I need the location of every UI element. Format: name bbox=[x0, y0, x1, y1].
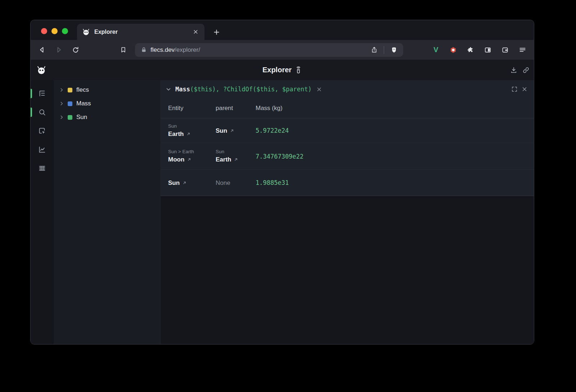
back-button[interactable] bbox=[36, 44, 48, 56]
chevron-right-icon[interactable] bbox=[59, 115, 64, 120]
extension-buttons: V bbox=[430, 44, 528, 56]
query-term-name: Mass bbox=[175, 86, 190, 93]
chevron-down-icon bbox=[165, 86, 172, 92]
clear-query-button[interactable] bbox=[316, 86, 322, 92]
tree-item-mass[interactable]: Mass bbox=[54, 97, 160, 110]
mass-value: 7.34767309e22 bbox=[256, 153, 534, 160]
entity-cell: Sun Earth bbox=[168, 123, 216, 138]
goto-icon[interactable] bbox=[186, 132, 191, 136]
entity-link[interactable]: Earth bbox=[168, 129, 216, 138]
active-indicator bbox=[31, 89, 32, 98]
tree-item-flecs[interactable]: flecs bbox=[54, 83, 160, 97]
url-domain: flecs.dev bbox=[150, 46, 175, 53]
table-row[interactable]: Sun > Earth Moon Sun Earth bbox=[161, 143, 534, 169]
tab-strip: Explorer bbox=[31, 20, 534, 40]
collapse-query-button[interactable] bbox=[165, 86, 172, 92]
page-title: Explorer bbox=[262, 66, 302, 74]
hamburger-icon bbox=[519, 46, 526, 54]
chevron-right-icon[interactable] bbox=[59, 101, 64, 106]
download-button[interactable] bbox=[508, 64, 519, 76]
entity-link[interactable]: Sun bbox=[216, 126, 256, 135]
chevron-right-icon[interactable] bbox=[59, 87, 64, 92]
table-row[interactable]: Sun Earth Sun bbox=[161, 118, 534, 143]
entity-parent-path: Sun > Earth bbox=[168, 149, 216, 155]
minimize-window-button[interactable] bbox=[51, 28, 58, 34]
hexagon-icon bbox=[450, 46, 457, 54]
entity-tree-panel: flecs Mass Sun bbox=[54, 80, 160, 344]
wallet-button[interactable] bbox=[499, 44, 511, 56]
entity-name: Moon bbox=[168, 155, 184, 164]
column-header-mass: Mass (kg) bbox=[256, 105, 534, 112]
table-row[interactable]: Sun None 1.9885e31 bbox=[161, 169, 534, 196]
hexagon-extension-button[interactable] bbox=[447, 44, 459, 56]
empty-results-area bbox=[161, 196, 534, 344]
link-icon bbox=[522, 67, 530, 74]
chart-icon bbox=[38, 146, 46, 154]
goto-icon[interactable] bbox=[230, 128, 234, 133]
active-indicator bbox=[31, 108, 32, 117]
remote-icon bbox=[295, 67, 302, 74]
entity-link[interactable]: Earth bbox=[216, 155, 256, 164]
entity-parent-path: Sun bbox=[216, 149, 256, 155]
goto-icon[interactable] bbox=[234, 157, 238, 162]
goto-icon[interactable] bbox=[187, 157, 192, 162]
query-search-button[interactable] bbox=[35, 105, 49, 119]
extensions-button[interactable] bbox=[464, 44, 477, 56]
copy-link-button[interactable] bbox=[520, 64, 532, 76]
entity-name: Sun bbox=[168, 178, 180, 187]
lock-icon[interactable] bbox=[141, 47, 147, 53]
query-panel: Mass($this), ?ChildOf($this, $parent) bbox=[160, 80, 534, 344]
entity-parent-path: Sun bbox=[168, 123, 216, 129]
sidebar-icon bbox=[484, 46, 491, 54]
forward-button[interactable] bbox=[53, 44, 65, 56]
tab-close-button[interactable] bbox=[193, 29, 199, 35]
fullscreen-icon bbox=[511, 86, 518, 92]
tree-item-label: Mass bbox=[76, 100, 91, 107]
column-header-parent: parent bbox=[216, 105, 256, 112]
nav-buttons bbox=[36, 44, 82, 56]
entity-link[interactable]: Moon bbox=[168, 155, 216, 164]
inspector-button[interactable] bbox=[35, 124, 49, 138]
data-table-button[interactable] bbox=[35, 161, 49, 176]
parent-none-value: None bbox=[216, 178, 256, 187]
flecs-logo-icon[interactable] bbox=[36, 65, 46, 75]
zoom-window-button[interactable] bbox=[62, 28, 68, 34]
menu-button[interactable] bbox=[516, 44, 528, 56]
share-button[interactable] bbox=[369, 45, 379, 55]
tab-title: Explorer bbox=[94, 29, 188, 35]
header-actions bbox=[508, 64, 532, 76]
reload-button[interactable] bbox=[69, 44, 82, 56]
entity-cell: Sun bbox=[168, 178, 216, 187]
bookmark-button[interactable] bbox=[117, 44, 129, 56]
desktop-background: Explorer bbox=[0, 0, 576, 392]
stats-button[interactable] bbox=[35, 142, 49, 157]
entity-color-swatch bbox=[68, 115, 72, 120]
query-results-section: Mass($this), ?ChildOf($this, $parent) bbox=[161, 80, 534, 196]
tree-view-button[interactable] bbox=[35, 86, 49, 101]
tree-item-sun[interactable]: Sun bbox=[54, 110, 160, 124]
query-term-expr: ($this), ?ChildOf($this, $parent) bbox=[190, 86, 312, 93]
mass-value: 1.9885e31 bbox=[256, 179, 534, 186]
url-path: /explorer/ bbox=[175, 46, 200, 53]
entity-color-swatch bbox=[68, 101, 72, 106]
tree-icon bbox=[38, 90, 46, 97]
address-bar[interactable]: flecs.dev/explorer/ bbox=[135, 43, 403, 57]
browser-tab[interactable]: Explorer bbox=[77, 24, 204, 40]
entity-name: Earth bbox=[168, 129, 184, 138]
vue-extension-button[interactable]: V bbox=[430, 44, 442, 56]
query-expression[interactable]: Mass($this), ?ChildOf($this, $parent) bbox=[175, 86, 312, 93]
close-query-button[interactable] bbox=[519, 84, 530, 94]
results-header-row: Entity parent Mass (kg) bbox=[161, 98, 534, 118]
expand-query-button[interactable] bbox=[509, 84, 519, 94]
explorer-content: flecs Mass Sun bbox=[31, 80, 534, 344]
close-icon bbox=[521, 86, 528, 92]
entity-name: Sun bbox=[216, 126, 227, 135]
brave-shield-button[interactable] bbox=[389, 45, 399, 55]
explorer-header: Explorer bbox=[31, 60, 534, 80]
close-window-button[interactable] bbox=[41, 28, 47, 34]
entity-link[interactable]: Sun bbox=[168, 178, 216, 187]
new-tab-button[interactable] bbox=[213, 28, 220, 36]
wallet-icon bbox=[501, 46, 509, 54]
goto-icon[interactable] bbox=[182, 181, 187, 185]
sidebar-toggle-button[interactable] bbox=[482, 44, 494, 56]
